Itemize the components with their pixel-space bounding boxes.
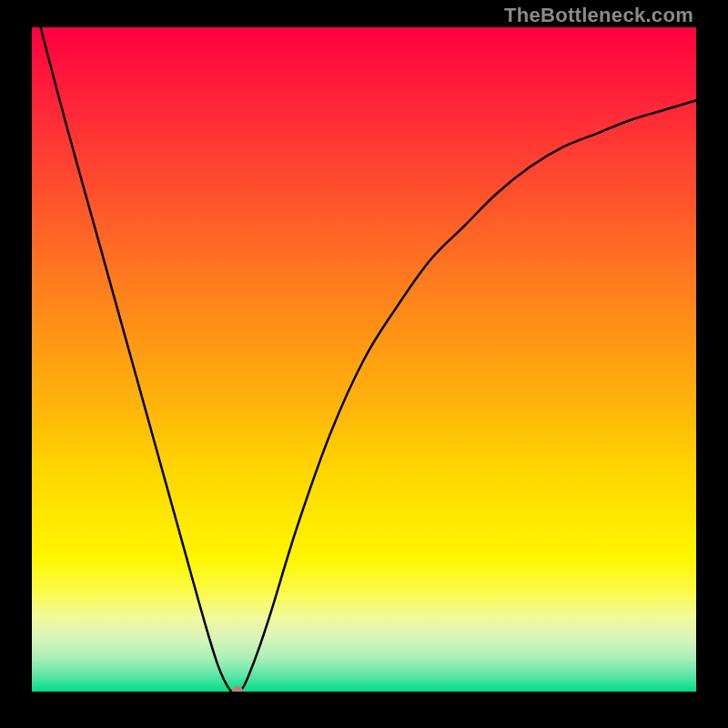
curve-layer	[32, 27, 696, 692]
chart-area	[32, 27, 696, 692]
optimum-marker	[232, 686, 243, 692]
bottleneck-curve	[32, 27, 696, 692]
watermark-text: TheBottleneck.com	[504, 4, 693, 27]
